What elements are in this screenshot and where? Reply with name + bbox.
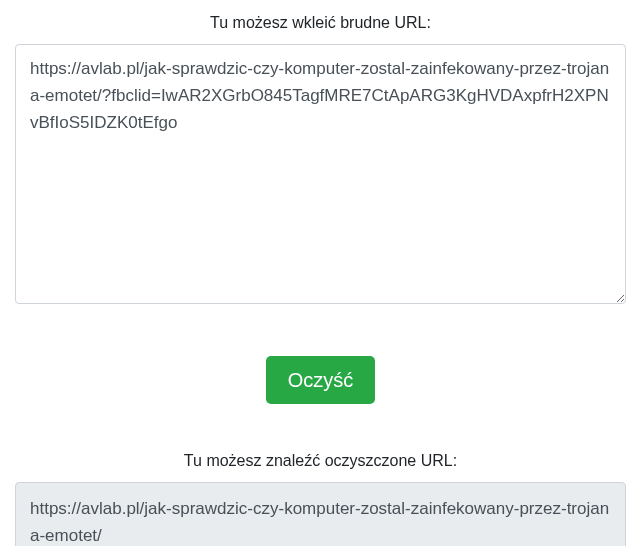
cleaned-url-output: https://avlab.pl/jak-sprawdzic-czy-kompu… (15, 482, 626, 546)
button-row: Oczyść (15, 356, 626, 404)
input-label: Tu możesz wkleić brudne URL: (15, 14, 626, 32)
url-cleaner-form: Tu możesz wkleić brudne URL: Oczyść Tu m… (0, 14, 641, 546)
clean-button[interactable]: Oczyść (266, 356, 376, 404)
dirty-url-input[interactable] (15, 44, 626, 304)
output-label: Tu możesz znaleźć oczyszczone URL: (15, 452, 626, 470)
